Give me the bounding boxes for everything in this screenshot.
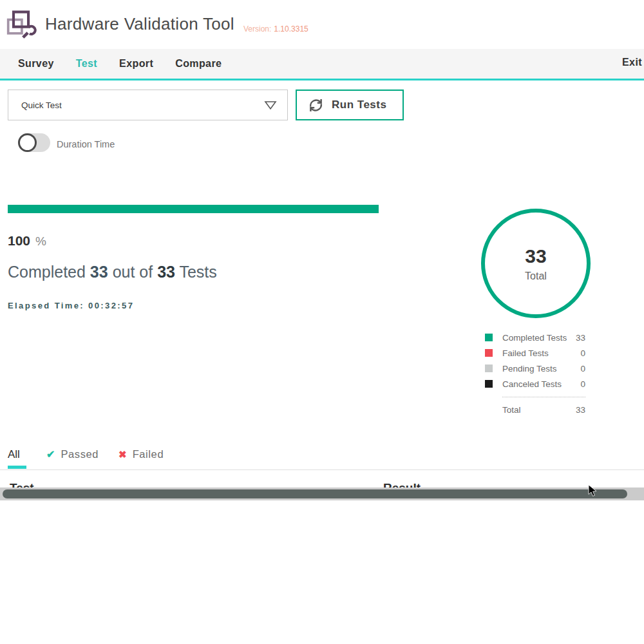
tab-passed[interactable]: ✔ Passed	[46, 448, 99, 460]
toggle-knob[interactable]	[18, 133, 37, 152]
scrollbar-thumb[interactable]	[3, 489, 627, 498]
legend-label: Canceled Tests	[502, 379, 580, 389]
duration-time-label: Duration Time	[57, 139, 115, 149]
progress-percent: 100%	[8, 233, 46, 249]
duration-time-toggle[interactable]	[18, 133, 50, 152]
tabs-divider	[0, 469, 644, 470]
chevron-down-icon	[264, 100, 277, 110]
legend-total-row: Total 33	[502, 401, 585, 418]
test-profile-selected-value: Quick Test	[21, 100, 264, 110]
legend-row-pending: Pending Tests 0	[485, 361, 585, 376]
percent-sign: %	[35, 234, 46, 248]
legend-value: 33	[576, 333, 585, 343]
tab-passed-label: Passed	[61, 448, 99, 460]
chart-legend: Completed Tests 33 Failed Tests 0 Pendin…	[485, 330, 585, 418]
legend-swatch-canceled	[485, 380, 493, 388]
legend-total-label: Total	[502, 405, 576, 415]
legend-value: 0	[580, 379, 585, 389]
donut-total-value: 33	[525, 245, 546, 267]
out-of-text: out of	[113, 263, 153, 281]
completed-count: 33	[90, 263, 108, 281]
run-tests-button[interactable]: Run Tests	[296, 90, 404, 120]
nav-item-survey[interactable]: Survey	[18, 58, 54, 70]
legend-row-failed: Failed Tests 0	[485, 345, 585, 361]
test-profile-dropdown[interactable]: Quick Test	[8, 90, 288, 120]
completed-prefix: Completed	[8, 263, 86, 281]
legend-label: Completed Tests	[502, 333, 576, 343]
version-text: Version:1.10.3315	[243, 24, 308, 33]
app-logo-icon	[6, 7, 37, 43]
tests-suffix: Tests	[179, 263, 216, 281]
tab-failed-label: Failed	[133, 448, 164, 460]
refresh-icon	[308, 97, 324, 113]
legend-row-canceled: Canceled Tests 0	[485, 376, 585, 392]
tab-all-label: All	[8, 448, 26, 461]
percent-value: 100	[8, 233, 30, 248]
completed-summary: Completed 33 out of 33 Tests	[8, 263, 217, 281]
elapsed-time: Elapsed Time: 00:32:57	[8, 301, 134, 310]
legend-swatch-completed	[485, 334, 493, 341]
legend-label: Failed Tests	[502, 348, 580, 358]
nav-item-test[interactable]: Test	[76, 58, 97, 70]
horizontal-scrollbar[interactable]	[0, 488, 644, 500]
version-label: Version:	[243, 24, 271, 33]
page-title: Hardware Validation Tool	[45, 14, 234, 34]
tests-donut-chart: 33 Total	[481, 209, 591, 318]
nav-item-compare[interactable]: Compare	[175, 58, 222, 70]
donut-total-label: Total	[525, 270, 547, 282]
main-nav: Survey Test Export Compare Exit	[0, 49, 644, 80]
legend-value: 0	[580, 348, 585, 358]
results-filter-tabs: All ✔ Passed ✖ Failed	[8, 448, 164, 469]
tab-active-underline	[8, 466, 26, 469]
total-count: 33	[157, 263, 175, 281]
tab-all[interactable]: All	[8, 448, 26, 469]
legend-swatch-failed	[485, 349, 493, 357]
x-icon: ✖	[118, 449, 127, 460]
legend-row-completed: Completed Tests 33	[485, 330, 585, 345]
legend-divider	[502, 397, 585, 397]
version-value: 1.10.3315	[274, 24, 308, 33]
legend-value: 0	[580, 364, 585, 374]
app-header: Hardware Validation Tool Version:1.10.33…	[0, 0, 644, 49]
legend-label: Pending Tests	[502, 364, 580, 374]
legend-total-value: 33	[576, 405, 585, 415]
nav-item-exit[interactable]: Exit	[622, 57, 642, 68]
test-progress-bar	[8, 205, 379, 213]
nav-item-export[interactable]: Export	[119, 58, 153, 70]
run-tests-label: Run Tests	[332, 99, 386, 111]
legend-swatch-pending	[485, 365, 493, 372]
check-icon: ✔	[46, 448, 55, 460]
tab-failed[interactable]: ✖ Failed	[118, 448, 164, 460]
